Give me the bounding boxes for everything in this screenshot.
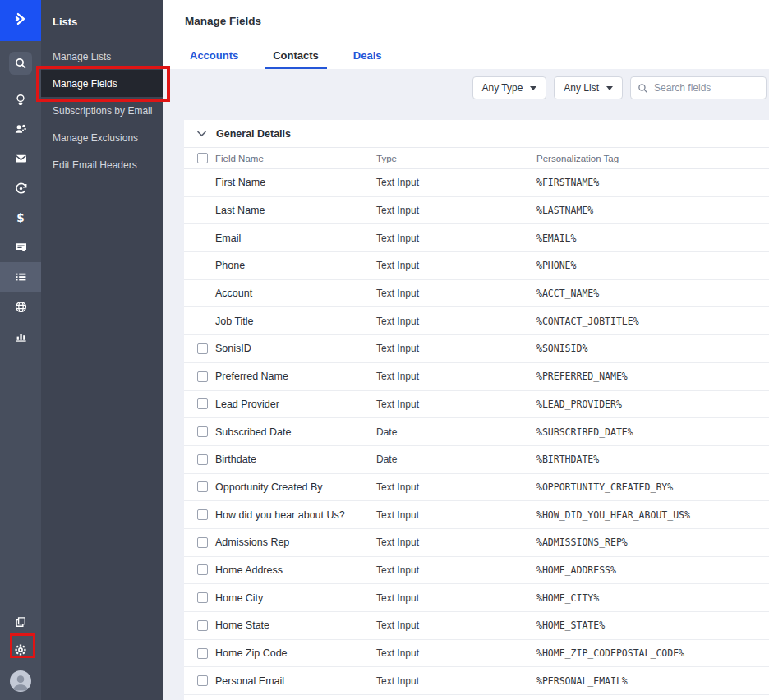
chevron-down-icon xyxy=(606,86,613,90)
row-checkbox[interactable] xyxy=(197,648,208,659)
table-row[interactable]: Last NameText Input%LASTNAME% xyxy=(184,197,769,225)
field-name: Home State xyxy=(215,619,269,631)
field-type: Text Input xyxy=(376,343,536,354)
sidebar-item-manage-fields[interactable]: Manage Fields xyxy=(41,70,163,97)
field-type: Text Input xyxy=(376,288,536,299)
lightbulb-icon xyxy=(14,93,27,106)
rail-item-list[interactable] xyxy=(0,262,41,292)
rail-item-chart[interactable] xyxy=(0,321,41,351)
search-icon xyxy=(638,83,648,94)
row-checkbox[interactable] xyxy=(197,509,208,520)
sidebar-item-manage-exclusions[interactable]: Manage Exclusions xyxy=(41,124,163,151)
field-name: SonisID xyxy=(215,343,251,354)
table-row[interactable]: First NameText Input%FIRSTNAME% xyxy=(184,169,769,197)
section-general-details[interactable]: General Details xyxy=(184,120,769,148)
table-row[interactable]: Admissions RepText Input%ADMISSIONS_REP% xyxy=(184,529,769,557)
table-row[interactable]: Home CityText Input%HOME_CITY% xyxy=(184,584,769,612)
table-row[interactable]: Job TitleText Input%CONTACT_JOBTITLE% xyxy=(184,307,769,335)
fields-table-card: General Details Field Name Type Personal… xyxy=(184,120,769,700)
rail-item-gear[interactable] xyxy=(0,636,41,664)
tab-contacts[interactable]: Contacts xyxy=(265,44,327,69)
personalization-tag: %CONTACT_JOBTITLE% xyxy=(536,315,769,327)
field-name: Personal Email xyxy=(215,675,284,687)
chat-icon xyxy=(14,241,28,254)
row-checkbox[interactable] xyxy=(197,675,208,686)
row-checkbox[interactable] xyxy=(197,398,208,409)
personalization-tag: %BIRTHDATE% xyxy=(536,454,769,465)
field-name: Email xyxy=(215,233,241,244)
list-filter-dropdown[interactable]: Any List xyxy=(554,76,623,99)
field-type: Text Input xyxy=(376,509,536,521)
personalization-tag: %PHONE% xyxy=(536,260,769,271)
table-row[interactable]: How did you hear about Us?Text Input%HOW… xyxy=(184,501,769,529)
rail-item-search[interactable] xyxy=(9,52,32,75)
table-row[interactable]: AccountText Input%ACCT_NAME% xyxy=(184,280,769,308)
list-filter-value: Any List xyxy=(564,82,599,94)
email-icon xyxy=(14,152,28,165)
tab-bar: AccountsContactsDeals xyxy=(182,44,390,69)
rail-item-email[interactable] xyxy=(0,144,41,173)
row-checkbox[interactable] xyxy=(197,454,208,465)
table-row[interactable]: Home StateText Input%HOME_STATE% xyxy=(184,612,769,640)
table-row[interactable]: Subscribed DateDate%SUBSCRIBED_DATE% xyxy=(184,418,769,446)
field-type: Text Input xyxy=(376,205,536,216)
select-all-checkbox[interactable] xyxy=(197,153,208,163)
row-checkbox[interactable] xyxy=(197,343,208,354)
row-checkbox[interactable] xyxy=(197,537,208,548)
table-row[interactable]: SonisIDText Input%SONISID% xyxy=(184,335,769,363)
sidebar-item-manage-lists[interactable]: Manage Lists xyxy=(41,43,163,70)
app-logo[interactable] xyxy=(0,0,41,41)
personalization-tag: %HOW_DID_YOU_HEAR_ABOUT_US% xyxy=(536,509,769,521)
rail-item-dollar[interactable]: $ xyxy=(0,203,41,233)
row-checkbox[interactable] xyxy=(197,426,208,437)
personalization-tag: %ACCT_NAME% xyxy=(536,288,769,299)
field-name: Birthdate xyxy=(215,454,256,465)
field-type: Text Input xyxy=(376,481,536,493)
field-type: Date xyxy=(376,454,536,465)
globe-icon xyxy=(14,300,28,314)
user-avatar[interactable] xyxy=(10,670,31,692)
row-checkbox[interactable] xyxy=(197,620,208,631)
table-row[interactable]: PhoneText Input%PHONE% xyxy=(184,252,769,280)
row-checkbox[interactable] xyxy=(197,481,208,492)
personalization-tag: %HOME_ADDRESS% xyxy=(536,564,769,576)
type-filter-dropdown[interactable]: Any Type xyxy=(472,76,547,99)
rail-item-chat[interactable] xyxy=(0,233,41,262)
rail-item-lightbulb[interactable] xyxy=(0,85,41,114)
field-name: Job Title xyxy=(215,315,254,327)
contacts-icon xyxy=(14,122,28,136)
table-row[interactable]: Home Zip CodeText Input%HOME_ZIP_CODEPOS… xyxy=(184,640,769,668)
search-input[interactable] xyxy=(654,82,759,94)
type-filter-value: Any Type xyxy=(482,82,523,94)
rail-item-automation[interactable] xyxy=(0,173,41,203)
row-checkbox[interactable] xyxy=(197,371,208,382)
rail-item-contacts[interactable] xyxy=(0,114,41,144)
tab-deals[interactable]: Deals xyxy=(345,44,390,69)
field-type: Text Input xyxy=(376,371,536,382)
tab-accounts[interactable]: Accounts xyxy=(182,44,246,69)
row-checkbox[interactable] xyxy=(197,592,208,603)
table-row[interactable]: EmailText Input%EMAIL% xyxy=(184,224,769,252)
table-row[interactable]: Opportunity Created ByText Input%OPPORTU… xyxy=(184,474,769,502)
rail-nav: $ xyxy=(0,41,41,351)
rail-item-pages[interactable] xyxy=(0,608,41,636)
main-content: Manage Fields AccountsContactsDeals Any … xyxy=(163,0,769,700)
field-name: Home City xyxy=(215,592,263,604)
sidebar-item-subscriptions-by-email[interactable]: Subscriptions by Email xyxy=(41,97,163,124)
rail-item-globe[interactable] xyxy=(0,292,41,321)
table-row[interactable]: Lead ProviderText Input%LEAD_PROVIDER% xyxy=(184,391,769,419)
table-row[interactable]: Personal EmailText Input%PERSONAL_EMAIL% xyxy=(184,667,769,695)
page-header: Manage Fields AccountsContactsDeals xyxy=(163,0,769,69)
sidebar-title: Lists xyxy=(41,0,163,43)
field-type: Text Input xyxy=(376,177,536,188)
sidebar-item-edit-email-headers[interactable]: Edit Email Headers xyxy=(41,151,163,178)
search-field-container xyxy=(630,76,767,99)
field-type: Text Input xyxy=(376,398,536,410)
row-checkbox[interactable] xyxy=(197,564,208,575)
chart-icon xyxy=(14,329,28,343)
table-row[interactable]: Home AddressText Input%HOME_ADDRESS% xyxy=(184,557,769,585)
field-name: Phone xyxy=(215,260,245,271)
personalization-tag: %ADMISSIONS_REP% xyxy=(536,537,769,548)
table-row[interactable]: BirthdateDate%BIRTHDATE% xyxy=(184,446,769,474)
table-row[interactable]: Preferred NameText Input%PREFERRED_NAME% xyxy=(184,363,769,391)
